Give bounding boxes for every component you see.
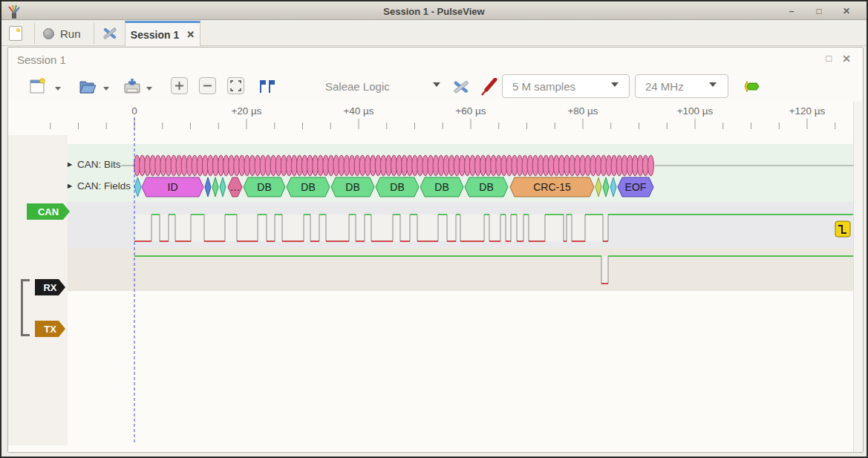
svg-text:DB: DB: [479, 181, 493, 193]
zoom-out-button[interactable]: [199, 77, 216, 94]
decoder-tag-can-label: CAN: [38, 206, 59, 217]
svg-text:+120 µs: +120 µs: [789, 105, 826, 117]
titlebar[interactable]: Session 1 - PulseView – □ ✕: [1, 0, 867, 20]
decoder-tag-can[interactable]: CAN: [27, 203, 70, 220]
svg-text:…: …: [230, 181, 241, 193]
dock-header[interactable]: Session 1 □ ✕: [8, 48, 863, 71]
add-decoder-icon[interactable]: [742, 80, 761, 93]
signal-tag-tx-label: TX: [44, 324, 56, 335]
channel-group-bracket[interactable]: [21, 279, 30, 336]
right-gutter: [853, 102, 863, 452]
fit-view-icon: [228, 78, 244, 94]
minus-icon: [200, 78, 215, 94]
trace-canvas[interactable]: 0+20 µs+40 µs+60 µs+80 µs+100 µs+120 µsI…: [8, 102, 863, 452]
row-label-can-fields: CAN: Fields: [77, 180, 131, 192]
open-file-dropdown-icon[interactable]: [103, 87, 109, 91]
sample-count-caret-icon: [611, 82, 619, 87]
new-view-dropdown-icon[interactable]: [55, 87, 61, 91]
new-session-icon[interactable]: [9, 26, 22, 41]
svg-text:+20 µs: +20 µs: [231, 105, 261, 117]
expander-can-fields-icon[interactable]: ▶: [68, 183, 72, 189]
toolbar-separator: [34, 23, 35, 44]
run-button[interactable]: Run: [43, 23, 81, 44]
svg-text:DB: DB: [390, 181, 404, 193]
tab-session-1[interactable]: Session 1 ✕: [125, 21, 200, 46]
open-file-icon[interactable]: [79, 78, 97, 95]
main-toolbar: Run Session 1 ✕: [1, 21, 867, 46]
trace-view[interactable]: 0+20 µs+40 µs+60 µs+80 µs+100 µs+120 µsI…: [8, 102, 863, 452]
sample-rate-caret-icon: [709, 82, 717, 87]
save-icon[interactable]: [123, 78, 141, 95]
expander-can-bits-icon[interactable]: ▶: [68, 161, 72, 168]
zoom-fit-button[interactable]: [227, 77, 244, 94]
row-label-can-bits: CAN: Bits: [77, 159, 121, 170]
settings-tools-icon[interactable]: [101, 25, 119, 42]
dock-float-icon[interactable]: □: [826, 53, 832, 64]
tab-label: Session 1: [131, 29, 179, 41]
dock-title: Session 1: [17, 53, 66, 66]
run-state-icon: [43, 28, 54, 39]
session-dock: Session 1 □ ✕: [7, 47, 864, 453]
svg-text:DB: DB: [434, 181, 448, 193]
svg-text:CRC-15: CRC-15: [533, 181, 571, 193]
markers-icon[interactable]: [256, 78, 275, 95]
plus-icon: [172, 78, 187, 94]
minimize-icon[interactable]: –: [785, 5, 798, 17]
toolbar-separator: [94, 23, 94, 44]
svg-text:+60 µs: +60 µs: [455, 105, 486, 117]
window-title: Session 1 - PulseView: [1, 6, 867, 17]
svg-text:DB: DB: [345, 181, 359, 193]
svg-text:0: 0: [131, 105, 137, 117]
sample-count-value: 5 M samples: [512, 80, 575, 93]
save-dropdown-icon[interactable]: [146, 87, 152, 91]
maximize-icon[interactable]: □: [812, 5, 826, 17]
close-icon[interactable]: ✕: [840, 5, 853, 17]
svg-text:+40 µs: +40 µs: [343, 105, 373, 117]
svg-text:EOF: EOF: [625, 181, 647, 193]
trigger-marker-falling-edge-icon[interactable]: [835, 221, 850, 237]
new-view-icon[interactable]: [29, 78, 46, 95]
device-select-caret-icon: [433, 82, 440, 87]
svg-text:DB: DB: [257, 181, 271, 193]
time-ruler[interactable]: 0+20 µs+40 µs+60 µs+80 µs+100 µs+120 µs: [50, 105, 863, 129]
capture-toolbar: Saleae Logic 5 M samples 24 MHz: [8, 72, 863, 102]
zoom-in-button[interactable]: [171, 77, 188, 94]
svg-text:+80 µs: +80 µs: [567, 105, 598, 117]
probe-icon[interactable]: [479, 78, 498, 96]
pulseview-window: Session 1 - PulseView – □ ✕ Run Session …: [0, 0, 868, 458]
tab-close-icon[interactable]: ✕: [186, 29, 195, 40]
signal-tag-rx-label: RX: [43, 282, 56, 293]
dock-close-icon[interactable]: ✕: [842, 53, 851, 65]
run-label: Run: [60, 27, 81, 40]
channels-config-icon[interactable]: [451, 78, 471, 96]
sample-rate-value: 24 MHz: [645, 80, 684, 93]
svg-text:ID: ID: [168, 181, 178, 193]
svg-text:+100 µs: +100 µs: [677, 105, 714, 117]
device-select-value: Saleae Logic: [325, 80, 390, 93]
svg-text:DB: DB: [301, 181, 315, 193]
